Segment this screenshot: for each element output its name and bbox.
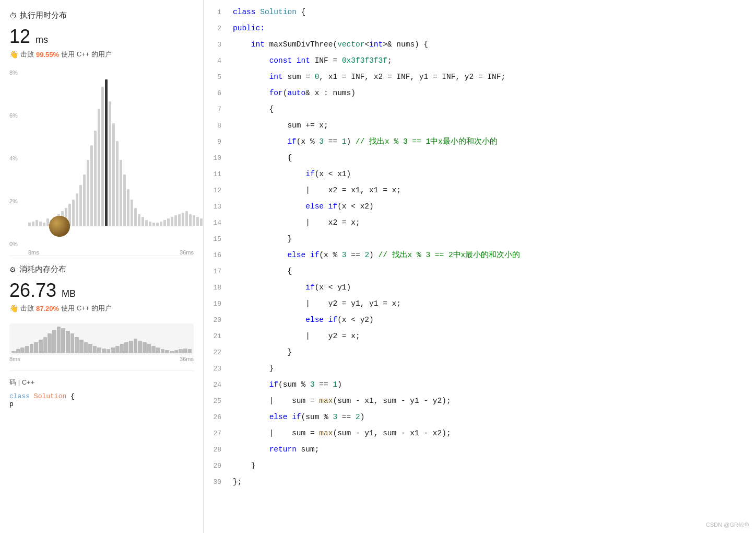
table-row: 11 if(x < x1) <box>204 166 756 182</box>
line-content: | y2 = x; <box>230 328 756 344</box>
bar-item <box>123 175 126 226</box>
execution-beat-label: 👋 击败 99.55% 使用 C++ 的用户 <box>9 50 194 59</box>
bar-item <box>112 123 115 226</box>
line-content: }; <box>230 474 756 490</box>
line-number: 19 <box>204 296 230 312</box>
table-row: 30}; <box>204 474 756 490</box>
execution-title: ⏱ 执行用时分布 <box>9 10 194 20</box>
wave-icon: 👋 <box>9 50 18 59</box>
execution-chart: 8% 6% 4% 2% 0% 8ms 36ms <box>9 69 194 247</box>
mini-bar-item <box>75 337 79 353</box>
table-row: 12 | x2 = x1, x1 = x; <box>204 182 756 199</box>
bar-item <box>163 220 166 226</box>
bar-item <box>87 160 89 226</box>
line-number: 12 <box>204 183 230 199</box>
line-number: 17 <box>204 264 230 280</box>
table-row: 22 } <box>204 344 756 361</box>
line-content: else if(x < y2) <box>230 312 756 328</box>
line-number: 30 <box>204 474 230 490</box>
bar-item <box>116 141 119 226</box>
mini-bar-item <box>79 340 84 353</box>
memory-beat-label: 👋 击败 87.20% 使用 C++ 的用户 <box>9 304 194 313</box>
table-row: 14 | x2 = x; <box>204 215 756 231</box>
line-number: 25 <box>204 393 230 409</box>
mini-bar-item <box>61 328 65 353</box>
line-number: 24 <box>204 377 230 393</box>
line-number: 22 <box>204 345 230 361</box>
bar-item <box>196 217 199 226</box>
mini-bar-item <box>134 339 138 353</box>
mini-bar-item <box>183 349 187 353</box>
mini-bar-item <box>43 337 48 353</box>
mini-bar-item <box>57 327 61 353</box>
memory-value: 26.73 MB <box>9 280 194 302</box>
mini-bar-item <box>165 350 169 353</box>
line-number: 6 <box>204 86 230 101</box>
line-content: return sum; <box>230 442 756 457</box>
mini-bar-item <box>115 346 120 353</box>
bar-item <box>149 222 151 226</box>
memory-chart <box>9 323 194 355</box>
code-editor: 1class Solution {2public:3 int maxSumDiv… <box>204 0 756 533</box>
line-content: } <box>230 344 756 360</box>
bar-item <box>185 211 188 226</box>
mini-bar-item <box>16 349 20 353</box>
mini-bar-item <box>147 344 151 353</box>
line-number: 5 <box>204 69 230 85</box>
bar-item <box>127 189 129 226</box>
table-row: 5 int sum = 0, x1 = INF, x2 = INF, y1 = … <box>204 69 756 85</box>
mini-bar-item <box>161 349 165 353</box>
mini-bar-item <box>34 342 38 353</box>
mini-bar-item <box>30 344 34 353</box>
bar-item <box>39 222 42 226</box>
line-number: 3 <box>204 37 230 53</box>
line-number: 23 <box>204 361 230 377</box>
line-number: 11 <box>204 167 230 182</box>
line-content: if(x % 3 == 1) // 找出x % 3 == 1中x最小的和次小的 <box>230 134 756 149</box>
bar-item <box>141 217 144 226</box>
line-number: 15 <box>204 231 230 247</box>
bar-item <box>90 145 93 226</box>
bar-item <box>109 101 111 226</box>
bar-item <box>134 208 137 226</box>
bar-item <box>79 185 82 226</box>
line-number: 21 <box>204 329 230 344</box>
mini-bar-item <box>174 350 179 353</box>
table-row: 18 if(x < y1) <box>204 280 756 296</box>
line-content: else if(x < x2) <box>230 199 756 214</box>
bar-item <box>145 220 148 226</box>
bar-item <box>32 222 34 226</box>
bar-item <box>120 160 122 226</box>
bar-item <box>43 223 45 226</box>
line-number: 8 <box>204 118 230 134</box>
table-row: 8 sum += x; <box>204 118 756 134</box>
line-content: if(x < x1) <box>230 166 756 182</box>
line-number: 14 <box>204 215 230 231</box>
mini-bar-item <box>39 340 43 353</box>
bar-item <box>101 87 104 226</box>
mini-bar-item <box>120 344 124 353</box>
line-number: 1 <box>204 5 230 20</box>
bar-item <box>83 175 86 226</box>
mini-bar-item <box>156 347 160 353</box>
line-number: 16 <box>204 248 230 263</box>
line-number: 20 <box>204 312 230 328</box>
chart-inner: 8ms 36ms <box>28 69 194 247</box>
mini-bar-item <box>93 346 97 353</box>
line-content: { <box>230 150 756 166</box>
bar-item <box>189 214 192 226</box>
table-row: 24 if(sum % 3 == 1) <box>204 377 756 393</box>
table-row: 25 | sum = max(sum - x1, sum - y1 - y2); <box>204 393 756 409</box>
line-content: } <box>230 231 756 247</box>
line-number: 9 <box>204 134 230 150</box>
line-content: class Solution { <box>230 4 756 20</box>
table-row: 1class Solution { <box>204 4 756 20</box>
table-row: 3 int maxSumDivThree(vector<int>& nums) … <box>204 37 756 53</box>
table-row: 2public: <box>204 20 756 37</box>
table-row: 13 else if(x < x2) <box>204 199 756 215</box>
clock-icon: ⏱ <box>9 11 17 20</box>
line-content: if(sum % 3 == 1) <box>230 377 756 392</box>
mini-bar-item <box>151 346 156 353</box>
mini-bar-item <box>129 341 133 353</box>
line-content: } <box>230 458 756 473</box>
